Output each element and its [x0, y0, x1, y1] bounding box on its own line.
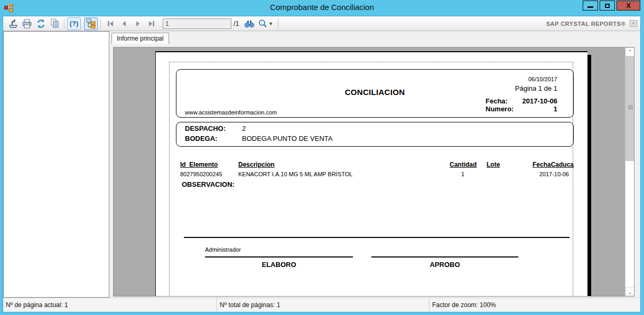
- copy-button[interactable]: [48, 17, 61, 30]
- report-viewer: CONCILIACION www.acsistemasdeinformacion…: [113, 47, 634, 297]
- report-page: CONCILIACION www.acsistemasdeinformacion…: [155, 51, 587, 297]
- find-button[interactable]: [242, 17, 256, 30]
- report-website: www.acsistemasdeinformacion.com: [185, 109, 277, 116]
- vertical-scrollbar[interactable]: ⌃ ⌃: [625, 47, 634, 296]
- toolbar-separator: [64, 18, 64, 29]
- maximize-button[interactable]: [600, 1, 615, 11]
- previous-page-icon: [120, 21, 128, 27]
- status-current-page: Nº de página actual: 1: [3, 298, 217, 312]
- scrollbar-thumb[interactable]: [626, 56, 634, 161]
- sap-crystal-reports-logo: SAP CRYSTAL REPORTS®: [546, 21, 626, 27]
- report-date: 06/10/2017: [528, 76, 557, 82]
- zoom-button[interactable]: ▼: [256, 17, 275, 30]
- close-button[interactable]: X: [617, 1, 640, 11]
- page-number-input[interactable]: [163, 18, 231, 29]
- maximize-icon: [605, 4, 610, 8]
- column-header-cantidad: Cantidad: [450, 161, 477, 168]
- scrollbar-grip-icon: [628, 106, 633, 110]
- businessobjects-logo-icon: ×: [630, 20, 637, 27]
- fecha-value: 2017-10-06: [522, 97, 558, 105]
- status-zoom-factor: Factor de zoom: 100%: [430, 298, 640, 312]
- column-header-id: Id_Elemento: [180, 161, 218, 168]
- first-page-button[interactable]: [104, 17, 117, 30]
- chevron-down-icon: ⌃: [628, 289, 632, 294]
- page-drop-shadow: [587, 55, 591, 296]
- observacion-label: OBSERVACION:: [182, 180, 235, 188]
- bodega-label: BODEGA:: [185, 135, 217, 142]
- export-icon: [8, 19, 18, 28]
- print-button[interactable]: [20, 17, 34, 30]
- toolbar-separator: [100, 18, 101, 29]
- group-tree-icon: [86, 18, 96, 28]
- refresh-button[interactable]: [34, 17, 48, 30]
- bodega-value: BODEGA PUNTO DE VENTA: [242, 135, 332, 142]
- aprobo-label: APROBO: [371, 261, 518, 269]
- scroll-down-button[interactable]: ⌃: [626, 287, 634, 296]
- page-total-label: /1: [234, 20, 239, 27]
- binoculars-icon: [244, 20, 255, 28]
- numero-label: Numero:: [486, 105, 514, 113]
- zoom-dropdown-caret: ▼: [268, 21, 273, 26]
- row-descripcion-value: KENACORT I.A.10 MG 5 ML AMP BRISTOL: [238, 171, 352, 177]
- export-button[interactable]: [6, 17, 20, 30]
- status-bar: Nº de página actual: 1 Nº total de págin…: [3, 298, 640, 312]
- footer-divider-line: [184, 237, 570, 238]
- elaboro-signature-line: [205, 256, 353, 257]
- parameter-help-button[interactable]: (?): [67, 17, 81, 30]
- chevron-up-icon: ⌃: [628, 50, 632, 55]
- elaboro-label: ELABORO: [205, 261, 353, 269]
- app-window: Comprobante de Conciliacion X: [0, 0, 644, 315]
- row-cantidad-value: 1: [450, 171, 476, 177]
- despacho-value: 2: [242, 125, 246, 132]
- help-icon: (?): [70, 20, 79, 27]
- print-icon: [22, 19, 32, 28]
- scroll-up-button[interactable]: ⌃: [626, 47, 634, 56]
- window-title: Comprobante de Conciliacion: [0, 3, 644, 12]
- magnifier-icon: [258, 19, 267, 28]
- title-bar: Comprobante de Conciliacion X: [0, 0, 644, 16]
- column-header-fechacaduca: FechaCaduca: [533, 161, 574, 168]
- administrator-name: Administrador: [205, 246, 241, 253]
- row-id-value: 8027950200245: [180, 171, 222, 177]
- despacho-label: DESPACHO:: [185, 125, 226, 132]
- next-page-button[interactable]: [131, 17, 145, 30]
- column-header-descripcion: Descripcion: [238, 161, 275, 168]
- status-total-pages: Nº total de páginas: 1: [217, 298, 430, 312]
- group-tree-toggle-button[interactable]: [84, 17, 98, 30]
- toolbar-separator: [278, 18, 278, 29]
- previous-page-button[interactable]: [117, 17, 131, 30]
- fecha-label: Fecha:: [486, 97, 508, 105]
- minimize-button[interactable]: [583, 1, 598, 11]
- client-area: (?): [3, 16, 641, 312]
- tab-main-report[interactable]: Informe principal: [111, 33, 169, 44]
- refresh-icon: [36, 19, 46, 28]
- copy-icon: [50, 18, 59, 28]
- report-page-of: Página 1 de 1: [515, 84, 557, 92]
- dispatch-box: [176, 122, 574, 147]
- group-tree-panel[interactable]: [3, 31, 109, 298]
- report-title: CONCILIACION: [176, 88, 574, 97]
- row-fechacaduca-value: 2017-10-06: [539, 171, 569, 177]
- numero-value: 1: [554, 105, 557, 113]
- last-page-icon: [148, 21, 155, 27]
- viewer-toolbar: (?): [3, 16, 640, 31]
- next-page-icon: [134, 21, 142, 27]
- last-page-button[interactable]: [145, 17, 158, 30]
- column-header-lote: Lote: [487, 161, 500, 168]
- aprobo-signature-line: [371, 256, 518, 257]
- first-page-icon: [107, 21, 114, 27]
- minimize-icon: [587, 6, 593, 8]
